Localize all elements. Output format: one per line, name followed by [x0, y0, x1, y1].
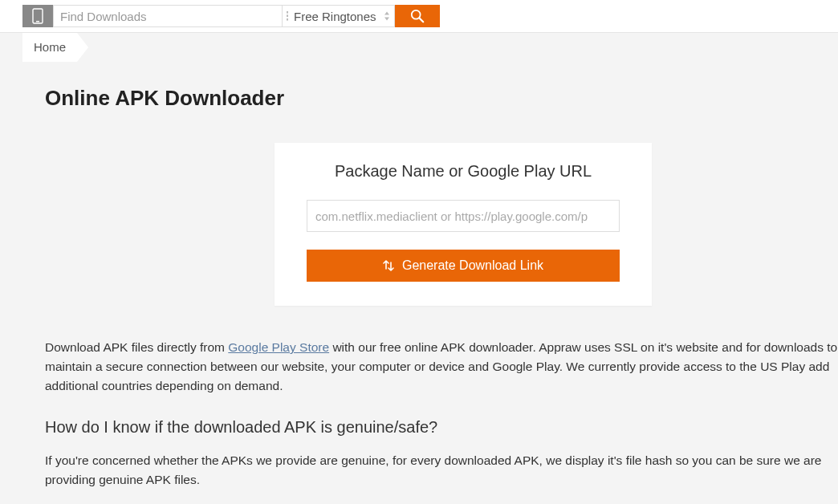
- chevron-updown-icon: [384, 12, 389, 21]
- generate-button[interactable]: Generate Download Link: [307, 250, 620, 282]
- play-store-link[interactable]: Google Play Store: [228, 340, 329, 354]
- top-search-bar: Free Ringtones: [0, 0, 838, 32]
- card-title: Package Name or Google Play URL: [307, 162, 620, 181]
- description: Download APK files directly from Google …: [45, 338, 838, 396]
- phone-icon: [22, 5, 53, 27]
- paragraph-genuine: If you're concerned whether the APKs we …: [45, 451, 838, 490]
- package-url-input[interactable]: [307, 200, 620, 232]
- category-label: Free Ringtones: [294, 10, 376, 23]
- transfer-icon: [383, 259, 394, 272]
- page-body: Home Online APK Downloader Package Name …: [0, 32, 838, 504]
- main-content: Online APK Downloader Package Name or Go…: [0, 62, 838, 504]
- svg-line-3: [419, 18, 423, 22]
- breadcrumb-home[interactable]: Home: [22, 33, 77, 62]
- desc-before: Download APK files directly from: [45, 340, 228, 354]
- search-icon: [410, 9, 425, 23]
- search-input[interactable]: [53, 5, 283, 27]
- heading-genuine: How do I know if the downloaded APK is g…: [45, 418, 838, 437]
- downloader-card: Package Name or Google Play URL Generate…: [275, 143, 652, 306]
- search-button[interactable]: [395, 5, 440, 27]
- generate-label: Generate Download Link: [402, 258, 543, 273]
- category-select[interactable]: Free Ringtones: [283, 5, 395, 27]
- page-title: Online APK Downloader: [45, 86, 838, 111]
- svg-rect-1: [36, 21, 39, 22]
